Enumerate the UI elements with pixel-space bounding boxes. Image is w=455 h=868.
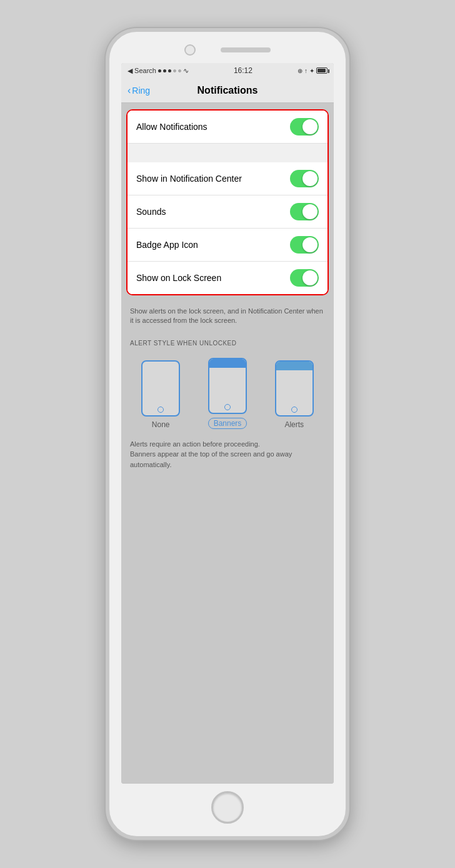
show-lock-screen-toggle[interactable]: [290, 269, 319, 287]
status-left: ◀ Search ∿: [128, 67, 189, 75]
phone-mini-home-none: [158, 407, 164, 413]
signal-dot-5: [178, 69, 181, 72]
nav-bar: ‹ Ring Notifications: [121, 78, 334, 103]
nav-back-label: Ring: [132, 86, 150, 96]
battery-fill: [318, 69, 326, 72]
arrow-icon: ↑: [304, 67, 308, 74]
phone-bottom: [211, 791, 244, 824]
alert-section-header: ALERT STYLE WHEN UNLOCKED: [121, 333, 334, 350]
phone-top: [109, 44, 346, 56]
sounds-row[interactable]: Sounds: [128, 195, 328, 229]
toggle-knob-5: [302, 270, 318, 285]
allow-notifications-toggle[interactable]: [290, 118, 319, 136]
show-notification-center-toggle[interactable]: [290, 170, 319, 187]
toggle-knob: [302, 119, 318, 134]
status-time: 16:12: [234, 66, 252, 75]
earpiece-speaker: [221, 47, 271, 52]
battery-icon: [316, 67, 328, 74]
show-lock-screen-label: Show on Lock Screen: [136, 273, 221, 283]
sounds-toggle[interactable]: [290, 203, 319, 220]
nav-title: Notifications: [198, 85, 258, 96]
status-right: ⊕ ↑ ✦: [298, 67, 328, 74]
lock-screen-description: Show alerts on the lock screen, and in N…: [121, 302, 334, 333]
front-camera: [184, 44, 196, 56]
signal-dot-3: [168, 69, 171, 72]
allow-notifications-row[interactable]: Allow Notifications: [128, 111, 328, 144]
phone-mini-alerts: [275, 360, 314, 417]
toggle-knob-3: [302, 204, 318, 219]
settings-separator: [128, 144, 328, 162]
phone-frame: ◀ Search ∿ 16:12 ⊕ ↑ ✦ ‹ Rin: [106, 28, 349, 840]
nav-back-button[interactable]: ‹ Ring: [128, 86, 150, 96]
phone-mini-none: [141, 360, 180, 417]
signal-dot-4: [173, 69, 176, 72]
phone-screen: ◀ Search ∿ 16:12 ⊕ ↑ ✦ ‹ Rin: [121, 63, 334, 784]
alert-style-none-label: None: [152, 420, 170, 429]
alert-description: Alerts require an action before proceedi…: [121, 434, 334, 479]
badge-app-icon-toggle[interactable]: [290, 236, 319, 254]
show-lock-screen-row[interactable]: Show on Lock Screen: [128, 262, 328, 294]
bluetooth-icon: ✦: [309, 67, 314, 74]
alert-style-alerts-label: Alerts: [284, 420, 304, 429]
phone-mini-banners: [208, 358, 247, 414]
badge-app-icon-row[interactable]: Badge App Icon: [128, 229, 328, 262]
alert-style-none[interactable]: None: [141, 360, 180, 429]
home-button[interactable]: [211, 791, 244, 824]
phone-mini-banner-alerts: [276, 362, 312, 370]
show-notification-center-label: Show in Notification Center: [136, 174, 242, 184]
alert-style-alerts[interactable]: Alerts: [275, 360, 314, 429]
content-area: Allow Notifications Show in Notification…: [121, 103, 334, 784]
location-icon: ⊕: [298, 67, 302, 74]
sounds-label: Sounds: [136, 207, 166, 217]
back-chevron-icon: ‹: [128, 86, 131, 96]
wifi-icon: ∿: [183, 67, 189, 75]
status-bar: ◀ Search ∿ 16:12 ⊕ ↑ ✦: [121, 63, 334, 78]
badge-app-icon-label: Badge App Icon: [136, 240, 198, 250]
phone-mini-home-banners: [224, 404, 231, 410]
toggle-knob-4: [302, 237, 318, 252]
signal-dot-1: [158, 69, 161, 72]
search-signal-label: ◀ Search: [128, 67, 156, 75]
allow-notifications-label: Allow Notifications: [136, 122, 208, 132]
alert-description-line2: Banners appear at the top of the screen …: [130, 450, 292, 468]
alert-style-row: None Banners Alerts: [121, 350, 334, 434]
alert-description-line1: Alerts require an action before proceedi…: [130, 440, 260, 448]
settings-highlighted-group: Allow Notifications Show in Notification…: [126, 109, 329, 295]
phone-mini-banner-banners: [209, 359, 246, 368]
show-notification-center-row[interactable]: Show in Notification Center: [128, 162, 328, 195]
phone-mini-home-alerts: [291, 407, 298, 413]
alert-style-banners-label: Banners: [208, 418, 248, 429]
signal-dot-2: [163, 69, 166, 72]
toggle-knob-2: [302, 171, 318, 186]
alert-style-banners[interactable]: Banners: [208, 358, 248, 429]
